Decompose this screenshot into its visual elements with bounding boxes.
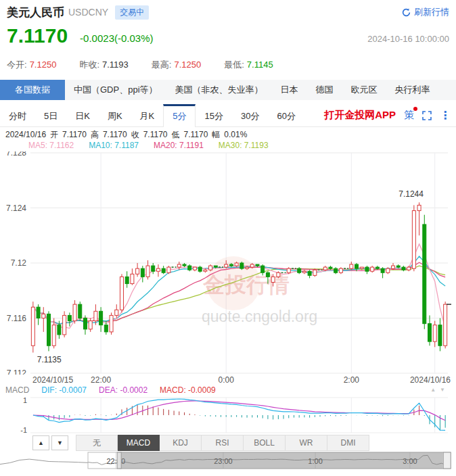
indicator-tab-dmi[interactable]: DMI (327, 435, 369, 451)
quote-timestamp: 2024-10-16 10:00:00 (367, 34, 449, 44)
scale-up-button[interactable]: ▲ (32, 435, 49, 450)
macd-scale-arrows[interactable]: ▲▼ (430, 387, 449, 393)
ma-value-0: MA5: 7.1162 (28, 141, 74, 151)
country-nav-tabs: 各国数据中国（GDP、ppi等）美国（非农、失业率）日本德国欧元区央行利率 (0, 80, 456, 100)
navigator-left-handle[interactable] (117, 452, 121, 469)
ohlc-value-1: 7.1170 (103, 130, 127, 139)
notification-dot (413, 107, 417, 111)
header: 美元人民币 USDCNY 交易中 刷新行情 7.1170 -0.0023(-0.… (0, 0, 456, 47)
ma-value-1: MA10: 7.1187 (89, 141, 139, 151)
refresh-button[interactable]: 刷新行情 (401, 6, 449, 18)
open-app-link[interactable]: 打开金投网APP (324, 109, 396, 122)
navigator-selection[interactable] (120, 452, 442, 469)
period-tab-7[interactable]: 30分 (232, 104, 268, 126)
period-tab-3[interactable]: 周K (99, 104, 131, 126)
ohlc-date: 2024/10/16 (5, 130, 46, 139)
indicator-tab-无[interactable]: 无 (76, 435, 118, 451)
x-axis-labels: 2024/10/1522:000:002:002024/10/16 (0, 375, 456, 385)
ohlc-label-4: 幅 (212, 129, 220, 141)
nav-tab-3[interactable]: 日本 (272, 80, 307, 100)
y-axis-label: 7.128 (6, 151, 26, 158)
macd-header: MACD DIF: -0.0007 DEA: -0.0002 MACD: -0.… (0, 385, 456, 396)
stat-value: 7.1250 (174, 60, 201, 70)
daily-stats: 今开:7.1250昨收:7.1193最高:7.1250最低:7.1145 (0, 58, 456, 72)
refresh-icon (401, 7, 411, 18)
high-price-annotation: 7.1244 (398, 189, 424, 199)
fullscreen-button[interactable] (422, 111, 432, 120)
indicator-tab-macd[interactable]: MACD (118, 435, 160, 451)
period-tab-2[interactable]: 日K (66, 104, 99, 126)
x-axis-label: 2:00 (344, 375, 359, 385)
strategy-button[interactable]: 策 (404, 109, 414, 122)
stat-value: 7.1145 (247, 60, 273, 70)
y-axis-label: 7.124 (6, 204, 26, 213)
low-price-annotation: 7.1135 (37, 355, 62, 364)
period-tab-0[interactable]: 分时 (0, 104, 35, 126)
status-badge: 交易中 (115, 5, 149, 20)
ma-value-3: MA30: 7.1193 (219, 141, 269, 151)
stat-1: 昨收:7.1193 (79, 59, 128, 71)
nav-tab-1[interactable]: 中国（GDP、ppi等） (65, 80, 166, 100)
y-axis-label: 7.112 (7, 368, 26, 375)
period-tab-4[interactable]: 月K (131, 104, 164, 126)
more-menu-button[interactable]: ⋮ (440, 109, 451, 122)
ohlc-info-line: 2024/10/16开7.1170高7.1170收7.1170低7.1170幅0… (0, 128, 456, 141)
macd-macd-value: MACD: -0.0009 (160, 385, 216, 396)
stat-value: 7.1193 (102, 60, 129, 70)
ma-info-line: MA5: 7.1162MA10: 7.1187MA20: 7.1191MA30:… (0, 141, 456, 151)
page-title: 美元人民币 (7, 5, 64, 20)
macd-panel-title: MACD (5, 385, 29, 396)
stat-value: 7.1250 (30, 60, 57, 70)
period-tab-5[interactable]: 5分 (163, 104, 196, 127)
stat-label: 最低: (224, 60, 244, 70)
period-tab-1[interactable]: 5日 (35, 104, 66, 126)
ohlc-value-2: 7.1170 (143, 130, 168, 139)
last-price: 7.1170 (7, 24, 68, 47)
refresh-label: 刷新行情 (414, 6, 449, 18)
indicator-tab-row: ▲▼无MACDKDJRSIBOLLWRDMI (0, 434, 456, 452)
symbol-code: USDCNY (68, 7, 108, 18)
stat-label: 今开: (7, 60, 27, 70)
nav-tab-2[interactable]: 美国（非农、失业率） (166, 80, 272, 100)
macd-axis-max: 1 (23, 396, 27, 404)
nav-tab-6[interactable]: 央行利率 (386, 80, 439, 100)
macd-chart[interactable]: 1-1 (0, 396, 456, 434)
navigator-right-handle[interactable] (443, 452, 451, 469)
indicator-tab-boll[interactable]: BOLL (244, 435, 286, 451)
main-candlestick-chart[interactable]: 7.1287.1247.127.1167.112金投行情quote.cngold… (0, 151, 456, 375)
stat-label: 昨收: (79, 60, 99, 70)
period-tabs-right: 打开金投网APP策⋮ (324, 104, 456, 126)
fullscreen-icon (422, 111, 432, 120)
macd-axis-min: -1 (20, 426, 27, 434)
scale-down-button[interactable]: ▼ (51, 435, 68, 450)
macd-line (33, 401, 445, 421)
stat-label: 最高: (152, 60, 172, 70)
stat-0: 今开:7.1250 (7, 59, 56, 71)
macd-dif-value: DIF: -0.0007 (41, 385, 87, 396)
stat-2: 最高:7.1250 (152, 59, 201, 71)
indicator-tab-rsi[interactable]: RSI (202, 435, 244, 451)
price-change: -0.0023(-0.03%) (80, 32, 153, 44)
x-axis-label: 0:00 (219, 375, 234, 385)
stat-3: 最低:7.1145 (224, 59, 273, 71)
ohlc-value-3: 7.1170 (184, 130, 208, 139)
period-tab-8[interactable]: 60分 (268, 104, 304, 126)
ohlc-label-3: 低 (172, 129, 180, 141)
x-axis-label: 2024/10/16 (410, 375, 451, 385)
indicator-tab-wr[interactable]: WR (286, 435, 327, 451)
indicator-tab-kdj[interactable]: KDJ (160, 435, 202, 451)
nav-tab-5[interactable]: 欧元区 (342, 80, 386, 100)
ohlc-label-2: 收 (131, 129, 139, 141)
y-axis-label: 7.12 (11, 258, 27, 268)
ohlc-label-0: 开 (50, 129, 58, 141)
nav-tab-0[interactable]: 各国数据 (0, 80, 65, 100)
period-tab-6[interactable]: 15分 (196, 104, 231, 126)
chart-navigator[interactable]: 22:0023:001:003:00 (0, 452, 456, 469)
svg-text:quote.cngold.org: quote.cngold.org (202, 308, 317, 325)
ohlc-value-4: 0.01% (224, 130, 247, 139)
nav-tab-4[interactable]: 德国 (307, 80, 342, 100)
x-axis-label: 22:00 (91, 375, 111, 385)
y-axis-label: 7.116 (7, 314, 26, 323)
ohlc-value-0: 7.1170 (62, 130, 87, 139)
ohlc-label-1: 高 (91, 129, 99, 141)
